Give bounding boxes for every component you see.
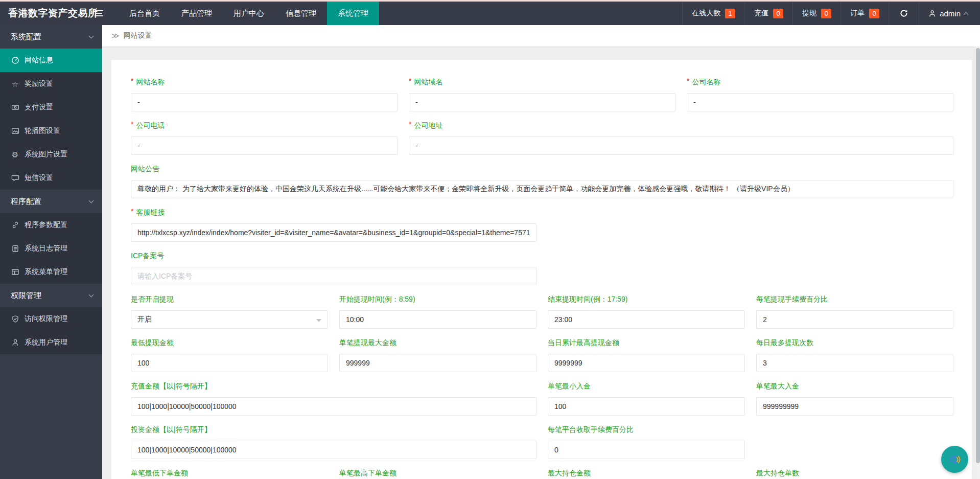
sidebar-item-system-images[interactable]: ⚙ 系统图片设置 — [0, 143, 102, 166]
form-field-withdraw-daily-max: 当日累计最高提现金额 — [548, 338, 745, 372]
form-field-withdraw-daily-times: 每日最多提现次数 — [756, 338, 953, 372]
form-field-withdraw-fee-pct: 每笔提现手续费百分比 — [756, 295, 953, 329]
user-icon — [928, 10, 936, 17]
sidebar-item-system-menus[interactable]: 系统菜单管理 — [0, 260, 102, 284]
withdraw-end-input[interactable] — [548, 310, 745, 329]
sidebar-section-permissions[interactable]: 权限管理 — [0, 284, 102, 307]
site-notice-input[interactable] — [131, 180, 953, 198]
site-name-input[interactable] — [131, 93, 398, 111]
withdraw-max-single-input[interactable] — [339, 354, 536, 372]
scrollbar-thumb[interactable] — [976, 48, 980, 463]
stat-label: 订单 — [850, 9, 865, 18]
form-field-withdraw-end: 结束提现时间(例：17:59) — [548, 295, 745, 329]
sidebar-item-sms-settings[interactable]: 短信设置 — [0, 166, 102, 190]
scrollbar-track[interactable] — [976, 47, 980, 479]
withdraw-start-input[interactable] — [339, 310, 536, 329]
recharge-amounts-input[interactable] — [131, 397, 536, 416]
dashboard-icon — [11, 56, 19, 65]
breadcrumb: ≫ 网站设置 — [102, 25, 980, 47]
deposit-max-input[interactable] — [756, 397, 953, 416]
field-label: 网站公告 — [131, 165, 159, 173]
field-label: 公司名称 — [692, 78, 720, 86]
required-asterisk: * — [409, 120, 411, 128]
form-field-site-notice: 网站公告 — [131, 165, 953, 198]
company-name-input[interactable] — [687, 93, 953, 111]
sidebar-item-program-params[interactable]: 程序参数配置 — [0, 213, 102, 237]
required-asterisk: * — [687, 77, 689, 85]
field-label: 最大持仓单数 — [756, 469, 799, 477]
required-asterisk: * — [131, 120, 133, 128]
stat-orders[interactable]: 订单 0 — [841, 2, 889, 25]
field-label: 每日最多提现次数 — [756, 338, 813, 347]
form-field-recharge-amounts: 充值金额【以|符号隔开】 — [131, 382, 536, 416]
field-label: 开始提现时间(例：8:59) — [339, 295, 415, 303]
sidebar-item-site-info[interactable]: 网站信息 — [0, 49, 102, 72]
form-field-company-phone: *公司电话 — [131, 121, 398, 155]
field-label: ICP备案号 — [131, 252, 164, 260]
company-phone-input[interactable] — [131, 136, 398, 155]
stat-withdraw[interactable]: 提现 0 — [792, 2, 841, 25]
field-label: 单笔最低下单金额 — [131, 469, 188, 477]
withdraw-fee-pct-input[interactable] — [756, 310, 953, 329]
refresh-icon[interactable] — [889, 2, 919, 25]
field-label: 每笔提现手续费百分比 — [756, 295, 828, 303]
deposit-min-input[interactable] — [548, 397, 745, 416]
select-caret-icon — [316, 319, 321, 322]
nav-item-system[interactable]: 系统管理 — [327, 2, 379, 25]
sidebar: 系统配置 网站信息 ☆ 奖励设置 支付设置 轮播图设置 ⚙ 系统图 — [0, 25, 102, 479]
order-count-badge: 0 — [869, 9, 879, 18]
stat-recharge[interactable]: 充值 0 — [744, 2, 792, 25]
sidebar-item-carousel-settings[interactable]: 轮播图设置 — [0, 119, 102, 143]
sidebar-item-reward-settings[interactable]: ☆ 奖励设置 — [0, 72, 102, 96]
withdraw-daily-max-input[interactable] — [548, 354, 745, 372]
settings-form-panel: *网站名称 *网站域名 *公司名称 *公司电话 *公司地址 — [111, 60, 972, 479]
invest-amounts-input[interactable] — [131, 441, 536, 459]
form-field-site-domain: *网站域名 — [409, 78, 675, 111]
nav-item-information[interactable]: 信息管理 — [275, 2, 327, 25]
form-field-deposit-max: 单笔最大入金 — [756, 382, 953, 416]
link-icon — [11, 221, 19, 230]
user-menu[interactable]: admin — [919, 2, 980, 25]
chevron-down-icon — [89, 198, 94, 203]
stat-label: 在线人数 — [692, 9, 720, 18]
top-accent-strip — [0, 0, 980, 2]
nav-item-dashboard[interactable]: 后台首页 — [119, 2, 171, 25]
sidebar-item-system-users[interactable]: 系统用户管理 — [0, 331, 102, 354]
stat-online-users[interactable]: 在线人数 1 — [682, 2, 744, 25]
field-label: 投资金额【以|符号隔开】 — [131, 425, 212, 434]
stat-label: 提现 — [802, 9, 816, 18]
sidebar-item-payment-settings[interactable]: 支付设置 — [0, 96, 102, 119]
sidebar-section-system-config[interactable]: 系统配置 — [0, 25, 102, 49]
form-field-invest-amounts: 投资金额【以|符号隔开】 — [131, 425, 536, 459]
selected-option: 开启 — [137, 315, 152, 324]
form-field-icp: ICP备案号 — [131, 252, 536, 285]
withdraw-daily-times-input[interactable] — [756, 354, 953, 372]
field-label: 单笔最大入金 — [756, 382, 799, 390]
field-label: 网站名称 — [136, 78, 165, 86]
breadcrumb-chevrons-icon: ≫ — [111, 31, 120, 40]
sidebar-section-program-config[interactable]: 程序配置 — [0, 190, 102, 213]
icp-input[interactable] — [131, 267, 536, 285]
sidebar-item-system-logs[interactable]: 系统日志管理 — [0, 237, 102, 260]
image-icon — [11, 127, 19, 135]
withdraw-enabled-select[interactable]: 开启 — [131, 310, 328, 329]
company-address-input[interactable] — [409, 136, 953, 155]
field-label: 当日累计最高提现金额 — [548, 338, 619, 347]
money-icon — [11, 103, 19, 112]
service-link-input[interactable] — [131, 223, 536, 242]
nav-item-users[interactable]: 用户中心 — [223, 2, 275, 25]
site-domain-input[interactable] — [409, 93, 675, 111]
hamburger-menu-icon[interactable] — [87, 2, 110, 25]
header-right: 在线人数 1 充值 0 提现 0 订单 0 admin — [682, 2, 980, 25]
username: admin — [940, 9, 961, 18]
field-label: 结束提现时间(例：17:59) — [548, 295, 627, 303]
announcement-speaker-button[interactable] — [941, 446, 968, 473]
platform-fee-pct-input[interactable] — [548, 441, 745, 459]
required-asterisk: * — [409, 77, 411, 85]
user-icon — [11, 338, 19, 347]
chevron-down-icon — [89, 34, 94, 39]
form-field-withdraw-max-single: 单笔提现最大金额 — [339, 338, 536, 372]
nav-item-products[interactable]: 产品管理 — [171, 2, 223, 25]
sidebar-item-access-permissions[interactable]: 访问权限管理 — [0, 307, 102, 331]
withdraw-min-input[interactable] — [131, 354, 328, 372]
